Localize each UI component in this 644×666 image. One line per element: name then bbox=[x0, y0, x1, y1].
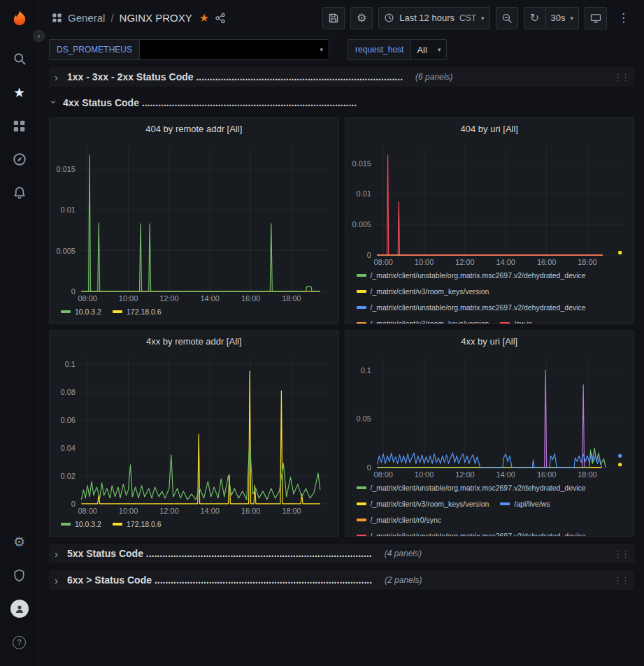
svg-text:0.04: 0.04 bbox=[61, 444, 76, 452]
legend-item[interactable]: /_matrix/client/unstable/org.matrix.msc2… bbox=[357, 530, 586, 536]
datasource-variable-select[interactable]: ▾ bbox=[139, 39, 329, 60]
shield-icon bbox=[13, 569, 26, 582]
row-4xx[interactable]: › 4xx Status Code ......................… bbox=[50, 94, 634, 112]
legend-series-marker bbox=[500, 502, 510, 505]
sidebar-item-configuration[interactable]: ⚙ bbox=[3, 525, 36, 558]
more-options-button[interactable]: ⋮ bbox=[613, 7, 634, 29]
refresh-interval-dropdown[interactable]: 30s ▾ bbox=[545, 7, 580, 29]
timezone-label: CST bbox=[459, 13, 476, 23]
variables-bar: DS_PROMETHEUS ▾ request_host All ▾ bbox=[39, 36, 644, 63]
refresh-group: ↻ 30s ▾ bbox=[524, 7, 580, 29]
request-host-variable-label: request_host bbox=[348, 39, 410, 60]
person-icon bbox=[14, 603, 25, 614]
legend-item[interactable]: /_matrix/client/v3/room_keys/version bbox=[357, 285, 489, 298]
user-avatar bbox=[10, 600, 29, 618]
request-host-variable-select[interactable]: All ▾ bbox=[410, 39, 447, 60]
grafana-logo[interactable] bbox=[6, 6, 34, 34]
row-5xx[interactable]: › 5xx Status Code ......................… bbox=[49, 544, 634, 563]
gear-icon: ⚙ bbox=[357, 13, 366, 24]
svg-text:08:00: 08:00 bbox=[78, 507, 96, 515]
legend-item[interactable]: /sw.js bbox=[500, 317, 532, 324]
dashboard-settings-button[interactable]: ⚙ bbox=[350, 7, 373, 29]
sidebar-item-starred[interactable]: ★ bbox=[3, 75, 36, 109]
legend-item[interactable]: /api/live/ws bbox=[500, 498, 550, 510]
legend-item[interactable]: /_matrix/client/v3/room_keys/version bbox=[357, 317, 489, 324]
panel-chart[interactable]: 08:0010:0012:0014:0016:0018:0000.0050.01… bbox=[50, 139, 338, 304]
panel-4xx-by-remote-addr: 4xx by remote addr [All] 08:0010:0012:00… bbox=[49, 330, 339, 537]
svg-text:0.015: 0.015 bbox=[57, 165, 76, 173]
svg-text:10:00: 10:00 bbox=[414, 258, 433, 266]
svg-text:18:00: 18:00 bbox=[578, 470, 596, 479]
gear-icon: ⚙ bbox=[13, 535, 25, 549]
row-title: 6xx > Status Code ......................… bbox=[67, 574, 372, 586]
drag-handle-icon[interactable]: ⋮⋮ bbox=[613, 575, 630, 586]
svg-text:08:00: 08:00 bbox=[373, 470, 392, 479]
svg-text:14:00: 14:00 bbox=[201, 507, 220, 515]
panels-grid: 404 by remote addr [All] 08:0010:0012:00… bbox=[49, 117, 634, 537]
legend-item[interactable]: /_matrix/client/unstable/org.matrix.msc2… bbox=[357, 301, 586, 314]
breadcrumb-separator: / bbox=[110, 12, 113, 24]
sidebar-item-dashboards[interactable] bbox=[3, 109, 36, 143]
grafana-flame-icon bbox=[9, 9, 30, 30]
legend-item[interactable]: 10.0.3.2 bbox=[61, 305, 101, 318]
legend-series-marker bbox=[357, 502, 366, 505]
panel-chart[interactable]: 08:0010:0012:0014:0016:0018:0000.0050.01… bbox=[345, 139, 634, 268]
dashboard-title[interactable]: NGINX PROXY bbox=[120, 12, 192, 24]
panel-title[interactable]: 4xx by remote addr [All] bbox=[50, 331, 338, 352]
row-panel-count: (4 panels) bbox=[385, 549, 422, 558]
search-icon bbox=[13, 52, 27, 66]
bell-icon bbox=[13, 186, 27, 200]
sidebar-item-profile[interactable] bbox=[3, 592, 36, 625]
favorite-star-icon[interactable]: ★ bbox=[199, 11, 209, 24]
sidebar-item-alerting[interactable] bbox=[3, 176, 36, 210]
zoom-out-button[interactable] bbox=[496, 7, 518, 29]
svg-text:0.005: 0.005 bbox=[352, 220, 371, 229]
share-icon[interactable] bbox=[215, 13, 226, 24]
chevron-down-icon: › bbox=[48, 100, 60, 107]
time-range-picker[interactable]: Last 12 hours CST ▾ bbox=[378, 7, 489, 29]
datasource-variable-label: DS_PROMETHEUS bbox=[49, 39, 139, 60]
sidebar-item-help[interactable]: ? bbox=[3, 625, 36, 659]
legend-item[interactable]: /_matrix/client/unstable/org.matrix.msc2… bbox=[357, 482, 586, 494]
legend-series-marker bbox=[357, 274, 366, 277]
panel-title[interactable]: 404 by uri [All] bbox=[345, 118, 634, 139]
legend-item[interactable]: 172.18.0.6 bbox=[113, 518, 162, 530]
svg-text:0.01: 0.01 bbox=[61, 205, 76, 214]
navbar-actions: ⚙ Last 12 hours CST ▾ bbox=[322, 7, 634, 29]
zoom-out-icon bbox=[501, 13, 513, 24]
legend-series-marker bbox=[113, 523, 122, 526]
row-title: 4xx Status Code ........................… bbox=[63, 97, 357, 108]
panel-title[interactable]: 404 by remote addr [All] bbox=[50, 118, 338, 139]
legend-item[interactable]: 172.18.0.6 bbox=[113, 305, 162, 318]
panel-title[interactable]: 4xx by uri [All] bbox=[345, 331, 634, 352]
legend-item[interactable]: /_matrix/client/unstable/org.matrix.msc2… bbox=[357, 269, 586, 282]
sidebar-item-search[interactable] bbox=[3, 42, 36, 75]
svg-text:10:00: 10:00 bbox=[119, 507, 138, 515]
legend-item[interactable]: /_matrix/client/r0/sync bbox=[357, 514, 442, 526]
cycle-view-mode-button[interactable] bbox=[585, 7, 607, 29]
svg-text:18:00: 18:00 bbox=[578, 258, 596, 266]
legend-item[interactable]: 10.0.3.2 bbox=[61, 518, 101, 530]
save-dashboard-button[interactable] bbox=[322, 7, 345, 29]
svg-text:0: 0 bbox=[366, 463, 371, 472]
refresh-button[interactable]: ↻ bbox=[524, 7, 546, 29]
sidebar-item-server-admin[interactable] bbox=[3, 558, 36, 592]
drag-handle-icon[interactable]: ⋮⋮ bbox=[613, 549, 630, 559]
svg-text:16:00: 16:00 bbox=[241, 294, 260, 303]
sidebar-item-explore[interactable] bbox=[3, 143, 36, 176]
panel-chart[interactable]: 08:0010:0012:0014:0016:0018:0000.050.1 bbox=[345, 352, 634, 480]
legend-item[interactable]: /_matrix/client/v3/room_keys/version bbox=[357, 498, 489, 510]
row-1xx-3xx-2xx[interactable]: › 1xx - 3xx - 2xx Status Code ..........… bbox=[49, 67, 634, 87]
clock-icon bbox=[384, 13, 394, 23]
svg-text:0.1: 0.1 bbox=[65, 360, 76, 368]
svg-text:16:00: 16:00 bbox=[536, 470, 555, 479]
row-title: 1xx - 3xx - 2xx Status Code ............… bbox=[67, 71, 403, 82]
breadcrumb-section[interactable]: General bbox=[68, 12, 105, 24]
panel-chart[interactable]: 08:0010:0012:0014:0016:0018:0000.020.040… bbox=[50, 352, 338, 516]
chevron-right-icon: › bbox=[55, 574, 62, 586]
sidebar-expand-button[interactable]: › bbox=[33, 30, 45, 42]
svg-text:0: 0 bbox=[71, 500, 76, 508]
drag-handle-icon[interactable]: ⋮⋮ bbox=[613, 72, 630, 82]
chevron-down-icon: ▾ bbox=[320, 46, 324, 53]
row-6xx[interactable]: › 6xx > Status Code ....................… bbox=[49, 570, 634, 590]
